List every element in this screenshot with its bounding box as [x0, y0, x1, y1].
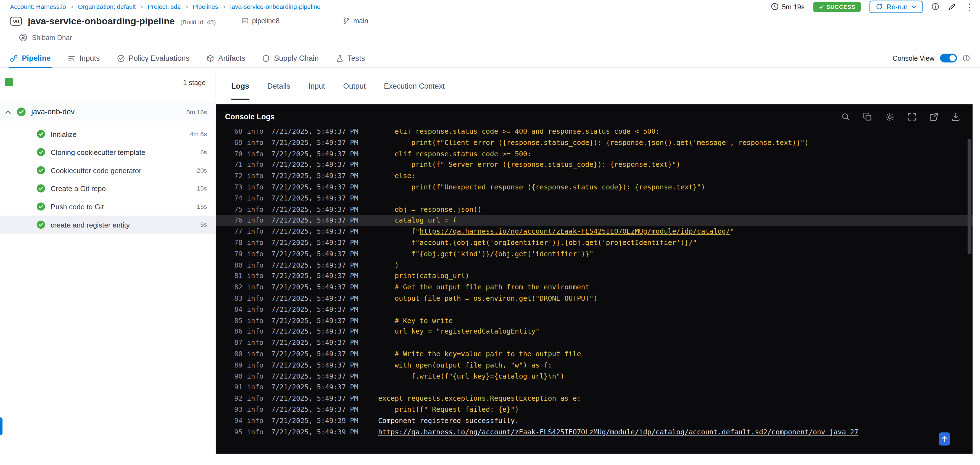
- branch-ref[interactable]: main: [343, 17, 368, 24]
- log-text: print(f" Request failed: {e}"): [378, 404, 519, 415]
- log-line-number: 84: [233, 304, 242, 315]
- shield-icon: [262, 54, 270, 62]
- step-success-icon: [37, 184, 45, 192]
- tab-inputs[interactable]: Inputs: [67, 49, 100, 68]
- log-line-number: 90: [233, 371, 242, 382]
- detail-tab-execution-context[interactable]: Execution Context: [384, 68, 445, 105]
- log-timestamp: 7/21/2025, 5:49:37 PM: [271, 182, 365, 193]
- log-text: output_file_path = os.environ.get("DRONE…: [378, 293, 597, 304]
- detail-tab-input[interactable]: Input: [308, 68, 325, 105]
- tab-tests[interactable]: Tests: [336, 49, 365, 68]
- rerun-button[interactable]: Re-run: [870, 0, 923, 13]
- detail-tab-output[interactable]: Output: [343, 68, 366, 105]
- more-options-icon[interactable]: ⋮: [965, 2, 974, 11]
- console-view-info-icon[interactable]: [963, 54, 970, 62]
- console-view-label: Console View: [892, 54, 934, 62]
- status-badge: SUCCESS: [813, 2, 861, 12]
- log-line-number: 88: [233, 349, 242, 360]
- breadcrumb-pipelines[interactable]: Pipelines: [193, 3, 218, 10]
- log-line-number: 78: [233, 238, 242, 249]
- info-icon[interactable]: [931, 3, 939, 11]
- breadcrumb-separator: >: [223, 3, 226, 10]
- log-timestamp: 7/21/2025, 5:49:37 PM: [271, 293, 365, 304]
- step-duration: 15s: [197, 203, 207, 210]
- log-level: info: [247, 149, 263, 160]
- execution-actions: 5m 19s SUCCESS Re-run: [771, 0, 974, 13]
- stage-success-icon: [17, 108, 26, 116]
- log-level: info: [247, 160, 263, 171]
- log-level: info: [247, 293, 263, 304]
- log-text: # Get the output file path from the envi…: [378, 282, 589, 293]
- tab-label: Policy Evaluations: [129, 54, 189, 63]
- log-line: 91info7/21/2025, 5:49:37 PM: [216, 382, 972, 393]
- console-log-viewport[interactable]: 68info7/21/2025, 5:49:37 PM elif respons…: [216, 129, 972, 453]
- tab-label: Supply Chain: [274, 54, 319, 63]
- breadcrumb-project[interactable]: Project: sd2: [148, 3, 181, 10]
- breadcrumb-current-pipeline[interactable]: java-service-onboarding-pipeline: [230, 3, 320, 10]
- breadcrumb-separator: >: [185, 3, 188, 10]
- log-line: 80info7/21/2025, 5:49:37 PM ): [216, 260, 972, 271]
- log-level: info: [247, 415, 263, 426]
- check-icon: [819, 4, 824, 9]
- pipeline-ref-label: pipeline8: [252, 17, 280, 24]
- detail-tab-details[interactable]: Details: [267, 68, 290, 105]
- scroll-to-top-button[interactable]: [939, 432, 950, 446]
- log-text: print(f" Server error ({response.status_…: [378, 160, 680, 171]
- execution-tabbar: Pipeline Inputs Policy Evaluations Artif…: [0, 49, 980, 68]
- log-link[interactable]: https://qa.harness.io/ng/account/zEaak-F…: [378, 427, 858, 438]
- log-timestamp: 7/21/2025, 5:49:37 PM: [271, 271, 365, 282]
- breadcrumb-organization[interactable]: Organization: default: [78, 3, 135, 10]
- download-icon[interactable]: [951, 113, 960, 121]
- log-text: f"account.{obj.get('orgIdentifier')}.{ob…: [378, 238, 697, 249]
- step-item[interactable]: Cloning cookiecutter template6s: [0, 143, 216, 161]
- log-level: info: [247, 182, 263, 193]
- tab-pipeline[interactable]: Pipeline: [10, 49, 51, 68]
- pipeline-ref[interactable]: pipeline8: [242, 17, 280, 24]
- open-in-new-icon[interactable]: [929, 113, 938, 121]
- log-level: info: [247, 304, 263, 315]
- settings-gear-icon[interactable]: [885, 112, 894, 122]
- step-item[interactable]: Initialize4m 8s: [0, 125, 216, 143]
- console-view-toggle[interactable]: [940, 54, 957, 63]
- step-name: Push code to Git: [51, 203, 103, 210]
- log-line-number: 69: [233, 137, 242, 148]
- copy-icon[interactable]: [863, 113, 872, 121]
- log-line: 69info7/21/2025, 5:49:37 PM print(f"Clie…: [216, 137, 972, 148]
- log-line: 87info7/21/2025, 5:49:37 PM: [216, 337, 972, 349]
- log-link[interactable]: https://qa.harness.io/ng/account/zEaak-F…: [420, 227, 730, 235]
- step-item[interactable]: create and register entity5s: [0, 216, 216, 234]
- execution-content: 1 stage java-onb-dev 5m 16s Initialize4m…: [0, 68, 980, 454]
- fullscreen-icon[interactable]: [908, 113, 916, 121]
- edit-pencil-icon[interactable]: [948, 3, 956, 11]
- branch-label: main: [353, 17, 368, 24]
- log-line-number: 89: [233, 360, 242, 371]
- log-level: info: [247, 137, 263, 148]
- log-line-number: 74: [233, 193, 242, 204]
- detail-tabbar: Logs Details Input Output Execution Cont…: [216, 68, 980, 105]
- tab-supply-chain[interactable]: Supply Chain: [262, 49, 319, 68]
- step-item[interactable]: Cookiecutter code generator20s: [0, 161, 216, 179]
- log-line-number: 94: [233, 415, 242, 426]
- detail-tab-logs[interactable]: Logs: [231, 68, 249, 105]
- drawer-handle[interactable]: [0, 417, 3, 435]
- log-line-number: 91: [233, 382, 242, 393]
- step-item[interactable]: Create a Git repo15s: [0, 179, 216, 197]
- stage-name: java-onb-dev: [31, 108, 75, 116]
- chevron-up-icon[interactable]: [5, 110, 11, 114]
- log-line-number: 81: [233, 271, 242, 282]
- tab-policy-evaluations[interactable]: Policy Evaluations: [117, 49, 189, 68]
- tab-artifacts[interactable]: Artifacts: [206, 49, 245, 68]
- step-duration: 6s: [200, 149, 207, 156]
- console-scrollbar-thumb[interactable]: [967, 139, 971, 254]
- search-icon[interactable]: [842, 113, 850, 121]
- log-line: 71info7/21/2025, 5:49:37 PM print(f" Ser…: [216, 160, 972, 171]
- breadcrumb-account[interactable]: Account: Harness.io: [10, 3, 66, 10]
- step-success-icon: [37, 202, 45, 210]
- inputs-tab-icon: [67, 54, 75, 62]
- log-level: info: [247, 326, 263, 337]
- log-line-number: 92: [233, 393, 242, 404]
- step-item[interactable]: Push code to Git15s: [0, 197, 216, 216]
- log-line: 93info7/21/2025, 5:49:37 PM print(f" Req…: [216, 404, 972, 415]
- log-level: info: [247, 227, 263, 238]
- stage-group-header[interactable]: java-onb-dev 5m 16s: [0, 102, 216, 121]
